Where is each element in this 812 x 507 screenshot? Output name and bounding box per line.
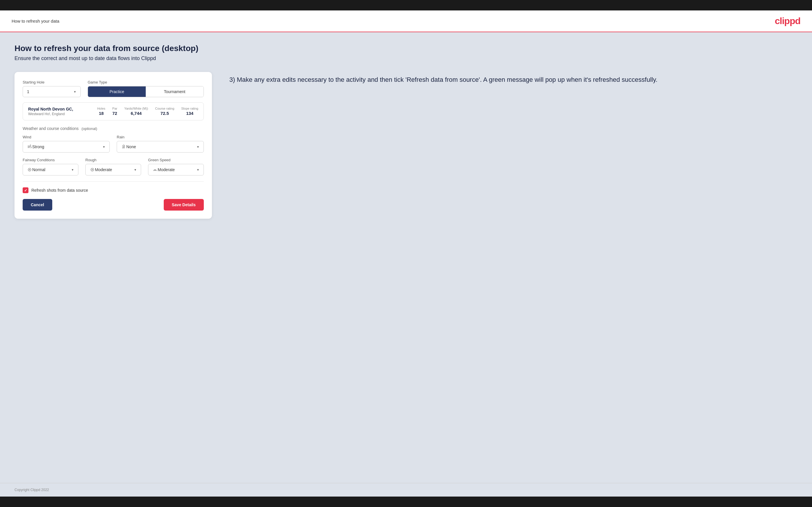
fairway-group: Fairway Conditions Normal ▼: [22, 158, 79, 175]
rough-value: Moderate: [95, 167, 132, 172]
svg-point-5: [154, 170, 156, 171]
course-info: Royal North Devon GC, Westward Ho!, Engl…: [28, 107, 89, 116]
save-details-button[interactable]: Save Details: [164, 199, 204, 211]
conditions-optional: (optional): [82, 126, 97, 131]
course-rating-stat: Course rating 72.5: [155, 107, 174, 116]
par-value: 72: [112, 111, 117, 116]
rain-select[interactable]: None ▼: [117, 141, 204, 153]
slope-rating-stat: Slope rating 134: [181, 107, 198, 116]
rough-label: Rough: [85, 158, 141, 162]
starting-hole-group: Starting Hole 1 ▼: [22, 80, 81, 97]
wind-group: Wind Strong ▼: [22, 135, 110, 153]
fairway-value: Normal: [32, 167, 69, 172]
refresh-checkbox[interactable]: [22, 187, 29, 193]
wind-value: Strong: [32, 145, 100, 149]
starting-hole-chevron: ▼: [73, 90, 77, 94]
starting-hole-label: Starting Hole: [22, 80, 81, 84]
top-form-row: Starting Hole 1 ▼ Game Type Practice Tou…: [22, 80, 204, 97]
bottom-bar: [0, 497, 812, 507]
refresh-row: Refresh shots from data source: [22, 187, 204, 193]
form-card: Starting Hole 1 ▼ Game Type Practice Tou…: [14, 72, 212, 219]
fairway-icon: [27, 167, 32, 172]
footer: Copyright Clippd 2022: [0, 483, 812, 497]
course-rating-value: 72.5: [160, 111, 169, 116]
copyright: Copyright Clippd 2022: [14, 488, 49, 492]
green-speed-chevron: ▼: [197, 168, 199, 171]
green-speed-select[interactable]: Moderate ▼: [148, 164, 204, 175]
side-info: 3) Make any extra edits necessary to the…: [230, 72, 798, 84]
rain-group: Rain None ▼: [117, 135, 204, 153]
game-type-label: Game Type: [88, 80, 204, 84]
game-type-buttons: Practice Tournament: [88, 86, 204, 97]
cancel-button[interactable]: Cancel: [22, 199, 52, 211]
tournament-button[interactable]: Tournament: [146, 87, 204, 97]
slope-rating-value: 134: [186, 111, 193, 116]
holes-value: 18: [99, 111, 104, 116]
svg-point-2: [29, 169, 30, 170]
svg-point-0: [123, 145, 124, 147]
page-heading: How to refresh your data from source (de…: [14, 44, 798, 53]
header: How to refresh your data clippd: [0, 10, 812, 32]
yards-value: 6,744: [131, 111, 142, 116]
yards-label: Yards/White (M)): [124, 107, 148, 110]
starting-hole-select[interactable]: 1 ▼: [22, 86, 81, 97]
wind-icon: [27, 144, 32, 149]
logo: clippd: [775, 16, 800, 26]
rain-label: Rain: [117, 135, 204, 139]
conditions-title: Weather and course conditions (optional): [22, 126, 204, 131]
starting-hole-value: 1: [27, 89, 71, 94]
par-label: Par: [112, 107, 117, 110]
green-speed-value: Moderate: [158, 167, 194, 172]
wind-rain-row: Wind Strong ▼ Rain: [22, 135, 204, 153]
green-speed-label: Green Speed: [148, 158, 204, 162]
wind-select[interactable]: Strong ▼: [22, 141, 110, 153]
rough-chevron: ▼: [134, 168, 137, 171]
side-note-text: 3) Make any extra edits necessary to the…: [230, 75, 798, 84]
course-name: Royal North Devon GC,: [28, 107, 89, 111]
header-title: How to refresh your data: [12, 18, 59, 23]
course-location: Westward Ho!, England: [28, 112, 89, 116]
holes-label: Holes: [97, 107, 105, 110]
course-stats: Holes 18 Par 72 Yards/White (M)) 6,744 C…: [97, 107, 198, 116]
rough-select[interactable]: Moderate ▼: [85, 164, 141, 175]
wind-label: Wind: [22, 135, 110, 139]
fairway-label: Fairway Conditions: [22, 158, 79, 162]
svg-point-4: [92, 169, 93, 170]
refresh-label: Refresh shots from data source: [31, 188, 88, 192]
yards-stat: Yards/White (M)) 6,744: [124, 107, 148, 116]
rain-icon: [121, 144, 126, 149]
course-row: Royal North Devon GC, Westward Ho!, Engl…: [22, 102, 204, 120]
rain-value: None: [126, 145, 194, 149]
action-row: Cancel Save Details: [22, 199, 204, 211]
conditions-row: Fairway Conditions Normal ▼ Rough: [22, 158, 204, 175]
rough-icon: [90, 167, 95, 172]
content-area: How to refresh your data from source (de…: [0, 32, 812, 483]
rain-chevron: ▼: [197, 145, 199, 149]
fairway-chevron: ▼: [71, 168, 74, 171]
fairway-select[interactable]: Normal ▼: [22, 164, 79, 175]
holes-stat: Holes 18: [97, 107, 105, 116]
rough-group: Rough Moderate ▼: [85, 158, 141, 175]
par-stat: Par 72: [112, 107, 117, 116]
wind-chevron: ▼: [102, 145, 105, 149]
green-icon: [152, 167, 158, 172]
slope-rating-label: Slope rating: [181, 107, 198, 110]
course-rating-label: Course rating: [155, 107, 174, 110]
game-type-group: Game Type Practice Tournament: [88, 80, 204, 97]
main-layout: Starting Hole 1 ▼ Game Type Practice Tou…: [14, 72, 798, 219]
top-bar: [0, 0, 812, 10]
page-subheading: Ensure the correct and most up to date d…: [14, 55, 798, 61]
green-speed-group: Green Speed Moderate ▼: [148, 158, 204, 175]
practice-button[interactable]: Practice: [88, 87, 146, 97]
